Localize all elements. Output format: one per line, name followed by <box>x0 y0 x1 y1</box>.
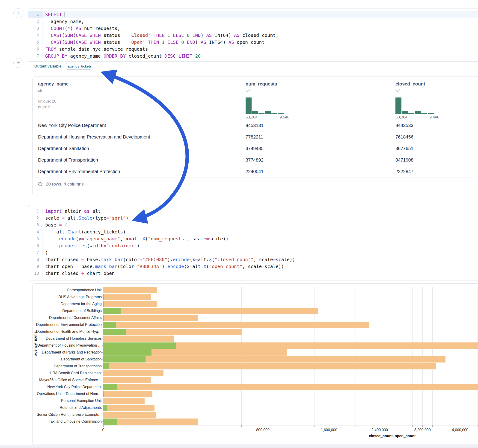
code-text: base = ( <box>42 221 67 228</box>
y-axis-tick <box>102 352 103 353</box>
gridline <box>442 287 442 425</box>
table-cell: Department of Housing Preservation and D… <box>32 131 240 143</box>
code-line: 6FROM sample_data.nyc.service_requests <box>28 46 478 53</box>
table-cell: 7618456 <box>390 131 478 143</box>
table-row[interactable]: New York City Police Department945313194… <box>32 120 478 131</box>
search-icon[interactable] <box>38 182 43 187</box>
line-number: 4 <box>28 228 42 235</box>
line-number: 6 <box>28 242 42 249</box>
code-line: 1import altair as alt <box>28 208 478 215</box>
previous-cell-edge <box>28 0 476 2</box>
histogram-bars <box>396 98 435 114</box>
table-row[interactable]: Department of Sanitation37494853677651 <box>32 143 478 154</box>
y-axis-label: Personal Exemption Unit <box>32 397 102 404</box>
line-number: 10 <box>28 270 42 277</box>
plus-icon: + <box>14 8 23 17</box>
line-number: 7 <box>28 53 42 59</box>
bar-open <box>103 301 104 307</box>
code-text: SELECT <box>42 11 65 18</box>
bar-open <box>103 322 116 328</box>
gridline <box>329 287 329 425</box>
y-axis-label: Department of Homeless Services <box>32 335 102 342</box>
table-row[interactable]: Department of Environmental Protection22… <box>32 166 478 177</box>
table-header-row: agency_namestrunique: 20nulls: 0num_requ… <box>32 77 478 120</box>
notebook-page: + + 1⌄SELECT 2 agency_name,3 COUNT(*) AS… <box>0 0 478 448</box>
histogram-min-label: 53,304 <box>245 115 258 120</box>
x-tick-label: 2,400,000 <box>371 428 388 432</box>
code-text: chart_closed = base.mark_bar(color="#FFC… <box>42 256 295 263</box>
histogram-bars <box>245 98 285 114</box>
x-tick <box>282 425 282 427</box>
add-cell-button-output[interactable]: + <box>13 58 23 68</box>
output-variable-pill[interactable]: agency_tickets <box>66 63 92 70</box>
histogram-bar <box>408 113 414 114</box>
bar-closed <box>103 363 436 369</box>
histogram-bar <box>245 98 252 114</box>
y-axis-tick <box>102 366 103 367</box>
python-code-editor[interactable]: 1import altair as alt2scale = alt.Scale(… <box>28 205 478 279</box>
chevron-down-icon[interactable]: ⌄ <box>41 222 42 229</box>
code-line: 4 CAST(SUM(CASE WHEN status = 'Closed' T… <box>28 32 478 39</box>
line-number: 1 <box>28 208 42 215</box>
column-header-closed_count[interactable]: closed_counti6453,3049.4e6 <box>390 77 478 120</box>
histogram-min-label: 53,304 <box>396 115 408 120</box>
histogram-bar <box>421 113 427 114</box>
code-line: 5 .encode(y="agency_name", x=alt.X("num_… <box>28 235 478 242</box>
bar-open <box>103 405 107 411</box>
column-header-num_requests[interactable]: num_requestsi6453,3049.5e6 <box>240 77 390 120</box>
y-axis-tick <box>102 297 103 297</box>
y-axis-label: Department of Health and Mental Hyg… <box>32 328 102 335</box>
histogram-labels: 53,3049.4e6 <box>396 115 439 120</box>
y-axis-title: agency_name <box>33 331 38 356</box>
histogram-max-label: 9.4e6 <box>429 115 439 120</box>
bar-open <box>103 384 117 390</box>
next-cell-edge <box>0 445 478 447</box>
y-axis-tick <box>102 359 103 360</box>
column-stat: unique: 20 <box>38 98 240 104</box>
table-row-count: 20 rows, 4 columns <box>46 182 84 187</box>
table-row[interactable]: Department of Housing Preservation and D… <box>32 131 478 143</box>
code-text: import altair as alt <box>42 208 101 215</box>
x-tick <box>299 425 299 427</box>
page-bottom-strip <box>0 447 478 448</box>
python-cell: 1import altair as alt2scale = alt.Scale(… <box>28 205 478 280</box>
gridline <box>391 287 391 425</box>
code-text: GROUP BY agency_name ORDER BY closed_cou… <box>42 53 201 59</box>
code-line: 9chart_open = base.mark_bar(color="#8BC3… <box>28 263 478 270</box>
output-variable-label: Output variable: <box>34 64 63 68</box>
bar-closed <box>103 370 164 376</box>
column-type: str <box>38 88 240 93</box>
y-axis-label: Correspondence Unit <box>32 287 102 294</box>
y-axis-tick <box>102 339 103 339</box>
y-axis-tick <box>102 415 103 415</box>
x-tick <box>343 425 343 427</box>
code-text: scale = alt.Scale(type="sqrt") <box>42 215 128 221</box>
table-row[interactable]: Department of Transportation377489234719… <box>32 154 478 166</box>
bar-closed <box>103 301 157 307</box>
line-number: 5 <box>28 235 42 242</box>
bar-closed <box>103 391 152 397</box>
bar-open <box>103 363 109 369</box>
line-number: 3⌄ <box>28 221 42 228</box>
bar-open <box>103 308 121 314</box>
column-header-agency_name[interactable]: agency_namestrunique: 20nulls: 0 <box>32 77 240 120</box>
add-cell-button-top[interactable]: + <box>13 8 23 18</box>
code-text: alt.Chart(agency_tickets) <box>42 228 126 235</box>
y-axis-label: Department of Consumer Affairs <box>32 314 102 321</box>
bar-open <box>103 342 176 349</box>
sql-code-editor[interactable]: 1⌄SELECT 2 agency_name,3 COUNT(*) AS num… <box>28 9 478 61</box>
column-type: i64 <box>245 88 390 93</box>
x-axis-title: closed_count, open_count <box>369 434 416 438</box>
code-line: 5 CAST(SUM(CASE WHEN status = 'Open' THE… <box>28 39 478 46</box>
chevron-down-icon[interactable]: ⌄ <box>41 12 42 19</box>
x-tick <box>478 425 478 427</box>
x-tick <box>380 425 380 427</box>
y-axis-tick <box>102 387 103 387</box>
code-line: 4 alt.Chart(agency_tickets) <box>28 228 478 235</box>
bar-closed <box>103 336 174 342</box>
table-cell: 7782211 <box>240 131 390 143</box>
x-tick <box>460 425 460 427</box>
y-axis-label: Taxi and Limousine Commission <box>32 418 102 425</box>
histogram-bar <box>415 111 421 114</box>
gridline <box>478 287 478 425</box>
